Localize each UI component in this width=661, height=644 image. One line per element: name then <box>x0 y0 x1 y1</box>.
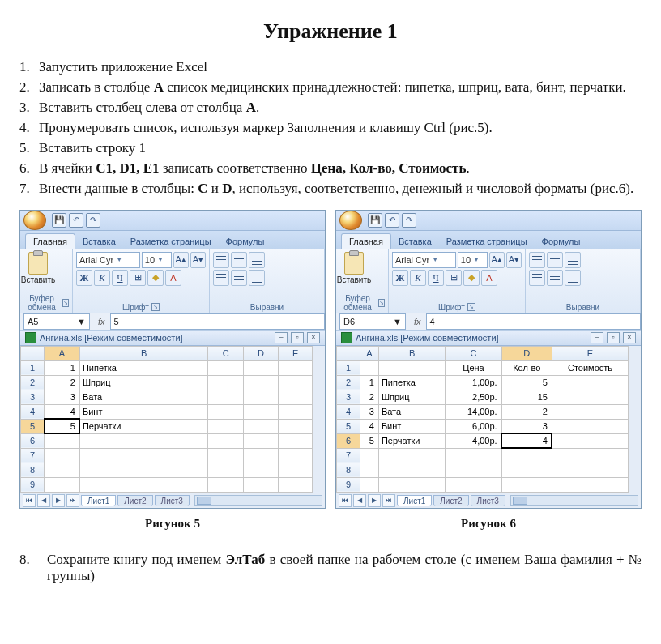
spreadsheet-grid[interactable]: A B C D E 1ЦенаКол-воСтоимость 21Пипетка… <box>336 346 629 493</box>
sheet-nav-prev-icon[interactable]: ◀ <box>353 494 366 507</box>
tab-home[interactable]: Главная <box>341 233 391 249</box>
tab-insert[interactable]: Вставка <box>75 234 123 249</box>
sheet-tab-2[interactable]: Лист2 <box>433 495 468 506</box>
bold-button[interactable]: Ж <box>76 270 92 286</box>
italic-button[interactable]: К <box>94 270 110 286</box>
horizontal-scrollbar[interactable] <box>194 495 322 506</box>
border-button[interactable]: ⊞ <box>130 270 146 286</box>
selected-cell[interactable]: 5 <box>45 419 80 433</box>
underline-button[interactable]: Ч <box>428 270 444 286</box>
align-middle-icon[interactable] <box>547 252 563 268</box>
selected-cell[interactable]: 4 <box>501 433 552 448</box>
excel-fig5: 💾 ↶ ↷ Главная Вставка Разметка страницы … <box>19 210 326 509</box>
dialog-launcher-icon[interactable]: ↘ <box>467 303 475 311</box>
tab-formulas[interactable]: Формулы <box>219 234 272 249</box>
name-box[interactable]: A5▼ <box>23 313 90 330</box>
font-combo[interactable]: Arial Cyr▼ <box>392 252 456 268</box>
step-5: Вставить строку 1 <box>39 140 146 156</box>
font-color-button[interactable]: A <box>165 270 181 286</box>
tab-insert[interactable]: Вставка <box>391 234 439 249</box>
align-right-icon[interactable] <box>249 270 265 286</box>
tab-layout[interactable]: Разметка страницы <box>123 234 219 249</box>
undo-icon[interactable]: ↶ <box>69 213 83 228</box>
excel-fig6: 💾 ↶ ↷ Главная Вставка Разметка страницы … <box>335 210 642 509</box>
sheet-nav-first-icon[interactable]: ⏮ <box>23 494 36 507</box>
redo-icon[interactable]: ↷ <box>402 213 416 228</box>
align-middle-icon[interactable] <box>231 252 247 268</box>
align-right-icon[interactable] <box>565 270 581 286</box>
office-button[interactable] <box>339 211 362 230</box>
grow-font-icon[interactable]: A▴ <box>489 252 505 268</box>
clipboard-icon <box>344 252 364 275</box>
formula-input[interactable]: 4 <box>426 313 641 330</box>
font-combo[interactable]: Arial Cyr▼ <box>76 252 140 268</box>
size-combo[interactable]: 10▼ <box>458 252 488 268</box>
sheet-nav-first-icon[interactable]: ⏮ <box>339 494 352 507</box>
fx-icon[interactable]: fx <box>409 317 426 326</box>
close-icon[interactable]: × <box>623 332 636 343</box>
spreadsheet-grid[interactable]: A B C D E 11Пипетка 22Шприц 33Вата 44Бин… <box>20 346 313 493</box>
figure6-caption: Рисунок 6 <box>335 517 642 531</box>
save-icon[interactable]: 💾 <box>368 213 382 228</box>
align-center-icon[interactable] <box>547 270 563 286</box>
vertical-scrollbar[interactable] <box>629 346 641 493</box>
grow-font-icon[interactable]: A▴ <box>173 252 189 268</box>
page-title: Упражнение 1 <box>19 19 642 44</box>
border-button[interactable]: ⊞ <box>446 270 462 286</box>
excel-doc-icon <box>25 332 36 343</box>
sheet-tab-1[interactable]: Лист1 <box>397 495 432 506</box>
dialog-launcher-icon[interactable]: ↘ <box>151 303 160 311</box>
close-icon[interactable]: × <box>307 332 320 343</box>
sheet-tab-2[interactable]: Лист2 <box>117 495 152 506</box>
sheet-tab-1[interactable]: Лист1 <box>81 495 116 506</box>
redo-icon[interactable]: ↷ <box>86 213 100 228</box>
align-left-icon[interactable] <box>529 270 545 286</box>
fill-color-button[interactable]: ◆ <box>463 270 480 286</box>
align-bottom-icon[interactable] <box>249 252 265 268</box>
instruction-list: 1.Запустить приложение Excel 2.Записать … <box>19 58 642 198</box>
shrink-font-icon[interactable]: A▾ <box>506 252 522 268</box>
fill-color-button[interactable]: ◆ <box>147 270 164 286</box>
name-box[interactable]: D6▼ <box>339 313 406 330</box>
shrink-font-icon[interactable]: A▾ <box>190 252 206 268</box>
minimize-icon[interactable]: – <box>591 332 603 343</box>
horizontal-scrollbar[interactable] <box>510 495 638 506</box>
dialog-launcher-icon[interactable]: ↘ <box>62 299 69 307</box>
paste-button[interactable]: Вставить <box>23 252 53 288</box>
step-1: Запустить приложение Excel <box>39 59 207 75</box>
fx-icon[interactable]: fx <box>93 317 110 326</box>
align-bottom-icon[interactable] <box>565 252 581 268</box>
size-combo[interactable]: 10▼ <box>142 252 172 268</box>
save-icon[interactable]: 💾 <box>52 213 66 228</box>
align-top-icon[interactable] <box>529 252 545 268</box>
vertical-scrollbar[interactable] <box>313 346 325 493</box>
underline-button[interactable]: Ч <box>112 270 128 286</box>
step-8: 8. Сохраните книгу под именем ЭлТаб в св… <box>19 552 642 584</box>
align-top-icon[interactable] <box>213 252 229 268</box>
sheet-tab-3[interactable]: Лист3 <box>155 495 190 506</box>
restore-icon[interactable]: ▫ <box>291 332 304 343</box>
sheet-nav-last-icon[interactable]: ⏭ <box>66 494 79 507</box>
figure5-caption: Рисунок 5 <box>19 517 326 531</box>
tab-formulas[interactable]: Формулы <box>535 234 588 249</box>
dialog-launcher-icon[interactable]: ↘ <box>378 299 385 307</box>
minimize-icon[interactable]: – <box>275 332 288 343</box>
sheet-nav-next-icon[interactable]: ▶ <box>52 494 65 507</box>
sheet-nav-last-icon[interactable]: ⏭ <box>382 494 395 507</box>
undo-icon[interactable]: ↶ <box>385 213 399 228</box>
sheet-tab-3[interactable]: Лист3 <box>471 495 505 506</box>
tab-home[interactable]: Главная <box>25 233 75 249</box>
bold-button[interactable]: Ж <box>392 270 408 286</box>
align-center-icon[interactable] <box>231 270 247 286</box>
office-button[interactable] <box>23 211 46 230</box>
sheet-nav-prev-icon[interactable]: ◀ <box>37 494 50 507</box>
tab-layout[interactable]: Разметка страницы <box>439 234 535 249</box>
clipboard-icon <box>28 252 48 275</box>
sheet-nav-next-icon[interactable]: ▶ <box>368 494 381 507</box>
paste-button[interactable]: Вставить <box>339 252 369 288</box>
restore-icon[interactable]: ▫ <box>607 332 620 343</box>
italic-button[interactable]: К <box>410 270 426 286</box>
font-color-button[interactable]: A <box>481 270 497 286</box>
align-left-icon[interactable] <box>213 270 229 286</box>
formula-input[interactable]: 5 <box>110 313 325 330</box>
